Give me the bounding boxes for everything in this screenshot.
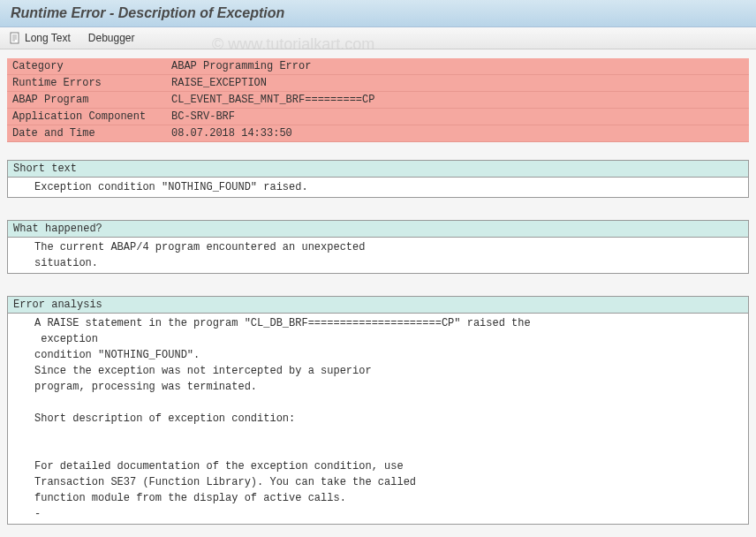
section-header: What happened? (8, 221, 748, 238)
error-info-value: CL_EVENT_BASE_MNT_BRF=========CP (166, 92, 749, 109)
section: Short textException condition "NOTHING_F… (7, 160, 749, 198)
error-info-value: ABAP Programming Error (166, 58, 749, 75)
error-info-label: Category (7, 58, 166, 75)
error-info-label: ABAP Program (7, 92, 166, 109)
page-title: Runtime Error - Description of Exception (11, 5, 745, 21)
content-area: CategoryABAP Programming ErrorRuntime Er… (0, 49, 756, 537)
error-info-value: 08.07.2018 14:33:50 (166, 125, 749, 142)
document-icon (9, 32, 21, 44)
error-info-label: Application Component (7, 109, 166, 125)
error-info-row: ABAP ProgramCL_EVENT_BASE_MNT_BRF=======… (7, 92, 749, 109)
error-info-label: Date and Time (7, 125, 166, 142)
error-info-table: CategoryABAP Programming ErrorRuntime Er… (7, 58, 749, 142)
debugger-label: Debugger (88, 32, 135, 44)
error-info-row: Date and Time08.07.2018 14:33:50 (7, 125, 749, 142)
section-body: The current ABAP/4 program encountered a… (8, 238, 748, 273)
long-text-button[interactable]: Long Text (9, 32, 71, 44)
section-body: A RAISE statement in the program "CL_DB_… (8, 314, 748, 524)
error-info-row: Runtime ErrorsRAISE_EXCEPTION (7, 75, 749, 92)
title-bar: Runtime Error - Description of Exception (0, 0, 756, 27)
debugger-button[interactable]: Debugger (88, 32, 135, 44)
error-info-label: Runtime Errors (7, 75, 166, 92)
error-info-value: RAISE_EXCEPTION (166, 75, 749, 92)
section: What happened?The current ABAP/4 program… (7, 220, 749, 274)
error-info-value: BC-SRV-BRF (166, 109, 749, 125)
section: Error analysisA RAISE statement in the p… (7, 296, 749, 525)
section-header: Error analysis (8, 297, 748, 314)
toolbar: Long Text Debugger (0, 27, 756, 49)
long-text-label: Long Text (25, 32, 71, 44)
error-info-row: CategoryABAP Programming Error (7, 58, 749, 75)
error-info-row: Application ComponentBC-SRV-BRF (7, 109, 749, 125)
section-header: Short text (8, 161, 748, 178)
section-body: Exception condition "NOTHING_FOUND" rais… (8, 178, 748, 197)
svg-rect-0 (11, 33, 19, 43)
